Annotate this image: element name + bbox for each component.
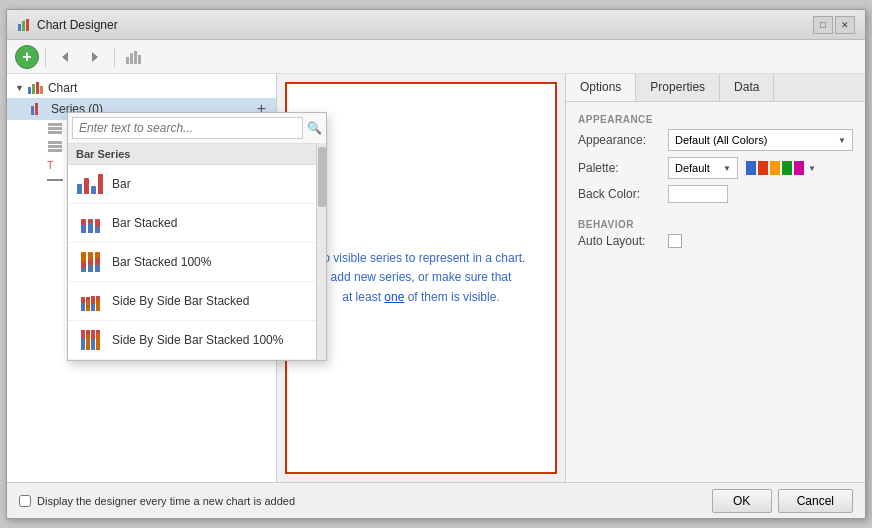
- dropdown-item-side-by-side[interactable]: Side By Side Bar Stacked: [68, 282, 326, 321]
- text-icon: T: [47, 159, 54, 171]
- message-link[interactable]: one: [384, 290, 404, 304]
- search-input[interactable]: [72, 117, 303, 139]
- dropdown-item-label-side-by-side: Side By Side Bar Stacked: [112, 294, 249, 308]
- svg-rect-18: [48, 141, 62, 144]
- ok-button[interactable]: OK: [712, 489, 772, 513]
- dropdown-item-label-bar-stacked-100: Bar Stacked 100%: [112, 255, 211, 269]
- message-line2: add new series, or make sure that: [331, 270, 512, 284]
- palette-color-1: [746, 161, 756, 175]
- dropdown-item-label-side-by-side-100: Side By Side Bar Stacked 100%: [112, 333, 283, 347]
- designer-checkbox[interactable]: [19, 495, 31, 507]
- dropdown-item-side-by-side-100[interactable]: Side By Side Bar Stacked 100%: [68, 321, 326, 360]
- add-button[interactable]: +: [15, 45, 39, 69]
- dropdown-scrollbar-thumb: [318, 147, 326, 207]
- appearance-value: Default (All Colors) ▼: [668, 129, 853, 151]
- line-icon: [47, 177, 63, 183]
- tab-options[interactable]: Options: [566, 74, 636, 101]
- svg-rect-13: [31, 106, 34, 115]
- auto-layout-checkbox[interactable]: [668, 234, 682, 248]
- palette-colors: [746, 161, 804, 175]
- chart-button[interactable]: [121, 45, 147, 69]
- svg-rect-17: [48, 131, 62, 134]
- svg-rect-1: [22, 21, 25, 31]
- forward-button[interactable]: [82, 45, 108, 69]
- side-by-side-100-icon: [78, 328, 102, 352]
- svg-marker-4: [92, 52, 98, 62]
- palette-color-4: [782, 161, 792, 175]
- dropdown-item-label-bar-stacked: Bar Stacked: [112, 216, 177, 230]
- bar-icon: [78, 172, 102, 196]
- title-bar: Chart Designer □ ✕: [7, 10, 865, 40]
- tree-item-chart[interactable]: ▼ Chart: [7, 78, 276, 98]
- svg-rect-16: [48, 127, 62, 130]
- appearance-dropdown[interactable]: Default (All Colors) ▼: [668, 129, 853, 151]
- tab-data[interactable]: Data: [720, 74, 774, 101]
- dialog-icon: [17, 18, 31, 32]
- appearance-header: APPEARANCE: [578, 114, 853, 125]
- chart-designer-dialog: Chart Designer □ ✕ +: [6, 9, 866, 519]
- tab-properties[interactable]: Properties: [636, 74, 720, 101]
- dropdown-item-bar[interactable]: Bar: [68, 165, 326, 204]
- dropdown-section-header: Bar Series: [68, 144, 326, 165]
- dropdown-scrollbar[interactable]: [316, 143, 326, 360]
- close-button[interactable]: ✕: [835, 16, 855, 34]
- svg-rect-7: [134, 51, 137, 64]
- palette-value: Default ▼ ▼: [668, 157, 853, 179]
- forward-icon: [89, 51, 101, 63]
- palette-dropdown-value: Default: [675, 162, 710, 174]
- appearance-section: APPEARANCE Appearance: Default (All Colo…: [578, 114, 853, 209]
- search-box-row: 🔍: [68, 113, 326, 144]
- back-color-value: [668, 185, 853, 203]
- auto-layout-row: Auto Layout:: [578, 234, 853, 248]
- appearance-dropdown-value: Default (All Colors): [675, 134, 767, 146]
- bottom-checkbox-row: Display the designer every time a new ch…: [19, 495, 295, 507]
- dropdown-item-bar-stacked-100[interactable]: Bar Stacked 100%: [68, 243, 326, 282]
- tree-root-label: Chart: [48, 81, 77, 95]
- right-panel-content: APPEARANCE Appearance: Default (All Colo…: [566, 102, 865, 266]
- auto-layout-value: [668, 234, 853, 248]
- svg-rect-10: [32, 84, 35, 94]
- title-bar-controls: □ ✕: [813, 16, 855, 34]
- appearance-dropdown-arrow: ▼: [838, 136, 846, 145]
- auto-layout-label: Auto Layout:: [578, 234, 668, 248]
- svg-rect-12: [40, 86, 43, 94]
- bottom-buttons: OK Cancel: [712, 489, 853, 513]
- message-line1: no visible series to represent in a char…: [317, 251, 526, 265]
- palette-color-2: [758, 161, 768, 175]
- dropdown-list: Bar: [68, 165, 326, 360]
- bottom-bar: Display the designer every time a new ch…: [7, 482, 865, 518]
- palette-row: Palette: Default ▼: [578, 157, 853, 179]
- toolbar-separator-2: [114, 47, 115, 67]
- behavior-header: BEHAVIOR: [578, 219, 853, 230]
- toolbar-separator: [45, 47, 46, 67]
- minimize-button[interactable]: □: [813, 16, 833, 34]
- side-by-side-icon: [78, 289, 102, 313]
- chart-icon: [125, 49, 143, 65]
- svg-rect-0: [18, 24, 21, 31]
- palette-dropdown[interactable]: Default ▼: [668, 157, 738, 179]
- back-button[interactable]: [52, 45, 78, 69]
- toolbar: +: [7, 40, 865, 74]
- svg-rect-9: [28, 87, 31, 94]
- series-icon: [31, 103, 47, 115]
- palette-color-3: [770, 161, 780, 175]
- back-color-picker[interactable]: [668, 185, 728, 203]
- cancel-button[interactable]: Cancel: [778, 489, 853, 513]
- message-line4: of them is visible.: [404, 290, 499, 304]
- right-panel: Options Properties Data APPEARANCE Appea…: [565, 74, 865, 482]
- svg-rect-11: [36, 82, 39, 94]
- message-line3: at least: [342, 290, 384, 304]
- behavior-section: BEHAVIOR Auto Layout:: [578, 219, 853, 254]
- tree-expand-icon: ▼: [15, 83, 24, 93]
- template-icon-2: [47, 141, 63, 153]
- title-bar-left: Chart Designer: [17, 18, 118, 32]
- appearance-label: Appearance:: [578, 133, 668, 147]
- dropdown-item-bar-stacked[interactable]: Bar Stacked: [68, 204, 326, 243]
- right-tabs: Options Properties Data: [566, 74, 865, 102]
- chart-tree-icon: [28, 82, 44, 94]
- svg-rect-15: [48, 123, 62, 126]
- palette-expand-arrow[interactable]: ▼: [808, 164, 816, 173]
- back-color-label: Back Color:: [578, 187, 668, 201]
- palette-dropdown-arrow: ▼: [723, 164, 731, 173]
- content-area: ▼ Chart Series (0) +: [7, 74, 865, 482]
